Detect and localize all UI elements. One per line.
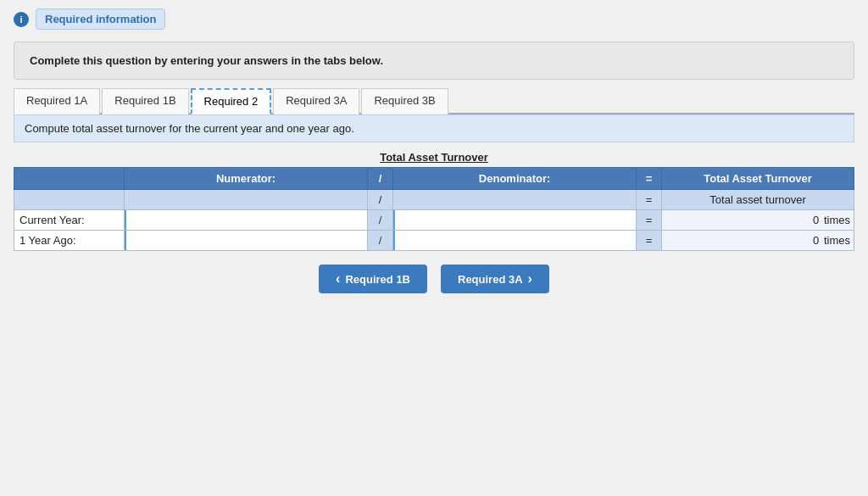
one-year-ago-row: 1 Year Ago: / = 0 times <box>14 231 854 251</box>
question-description: Compute total asset turnover for the cur… <box>14 114 854 142</box>
current-year-result-value: 0 <box>813 214 819 226</box>
one-year-ago-slash: / <box>368 231 393 251</box>
current-year-row: Current Year: / = 0 times <box>14 210 854 231</box>
current-year-label: Current Year: <box>14 210 125 231</box>
header-empty-col <box>14 168 125 190</box>
subheader-slash: / <box>368 190 393 210</box>
one-year-ago-equals: = <box>637 231 662 251</box>
tab-1a[interactable]: Required 1A <box>14 88 100 114</box>
tab-3a[interactable]: Required 3A <box>273 88 359 114</box>
current-year-result-unit: times <box>824 214 850 226</box>
current-year-numerator-input[interactable] <box>125 210 367 230</box>
one-year-ago-result: 0 times <box>662 231 854 251</box>
current-year-equals: = <box>637 210 662 231</box>
current-year-denominator-input[interactable] <box>393 210 636 230</box>
subheader-label-empty <box>14 190 125 210</box>
tab-2[interactable]: Required 2 <box>191 88 272 114</box>
one-year-ago-denominator-cell[interactable] <box>393 231 637 251</box>
prev-button-label: Required 1B <box>345 273 410 286</box>
current-year-numerator-cell[interactable] <box>125 210 368 231</box>
current-year-denominator-cell[interactable] <box>393 210 637 231</box>
instruction-text: Complete this question by entering your … <box>30 54 383 67</box>
subheader-equals: = <box>637 190 662 210</box>
tab-3b[interactable]: Required 3B <box>361 88 448 114</box>
top-bar: i Required information <box>0 0 868 35</box>
next-button[interactable]: Required 3A <box>441 265 549 293</box>
required-info-label: Required information <box>36 8 165 30</box>
total-asset-turnover-table: Numerator: / Denominator: = Total Asset … <box>14 167 854 251</box>
tabs-container: Required 1A Required 1B Required 2 Requi… <box>14 86 854 114</box>
header-slash: / <box>368 168 393 190</box>
question-description-text: Compute total asset turnover for the cur… <box>25 122 354 135</box>
chevron-left-icon <box>336 271 340 287</box>
subheader-row: / = Total asset turnover <box>14 190 854 210</box>
one-year-ago-result-value: 0 <box>813 234 819 247</box>
header-row: Numerator: / Denominator: = Total Asset … <box>14 168 854 190</box>
chevron-right-icon <box>528 271 532 287</box>
current-year-slash: / <box>368 210 393 231</box>
header-result: Total Asset Turnover <box>662 168 854 190</box>
current-year-result: 0 times <box>662 210 854 231</box>
one-year-ago-numerator-input[interactable] <box>125 231 367 250</box>
next-button-label: Required 3A <box>458 273 523 286</box>
nav-buttons: Required 1B Required 3A <box>14 265 854 293</box>
info-icon: i <box>14 12 29 27</box>
header-numerator: Numerator: <box>125 168 368 190</box>
subheader-denominator-input-cell <box>393 190 637 210</box>
prev-button[interactable]: Required 1B <box>319 265 427 293</box>
table-title: Total Asset Turnover <box>14 151 854 164</box>
tab-1b[interactable]: Required 1B <box>102 88 188 114</box>
one-year-ago-label: 1 Year Ago: <box>14 231 125 251</box>
subheader-numerator-input-cell <box>125 190 368 210</box>
one-year-ago-numerator-cell[interactable] <box>125 231 368 251</box>
header-denominator: Denominator: <box>393 168 637 190</box>
one-year-ago-result-unit: times <box>824 234 850 247</box>
subheader-result-label: Total asset turnover <box>662 190 854 210</box>
one-year-ago-denominator-input[interactable] <box>393 231 636 250</box>
instruction-bar: Complete this question by entering your … <box>14 42 854 80</box>
header-equals: = <box>637 168 662 190</box>
table-section: Total Asset Turnover Numerator: / Denomi… <box>14 151 854 251</box>
